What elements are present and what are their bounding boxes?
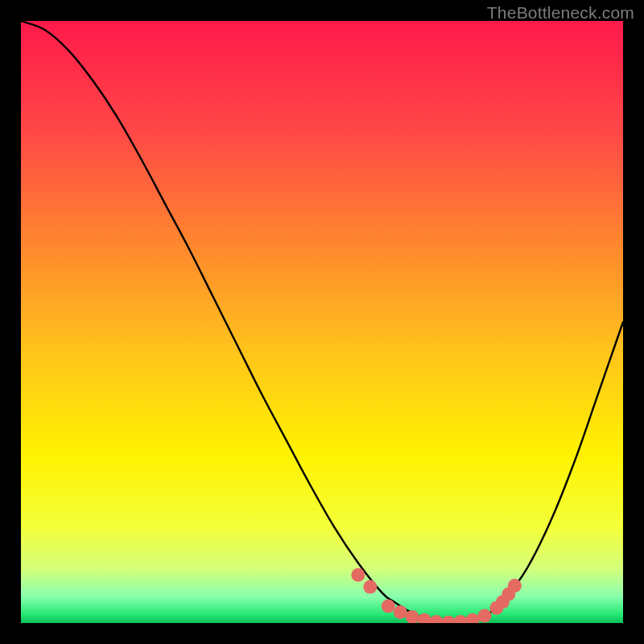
- highlight-dot: [363, 580, 377, 594]
- watermark-text: TheBottleneck.com: [487, 3, 634, 23]
- highlight-dot: [382, 600, 395, 613]
- highlight-dot: [351, 568, 365, 582]
- highlight-dot: [394, 605, 407, 619]
- highlight-dot: [508, 579, 522, 592]
- highlight-dot: [477, 609, 491, 623]
- chart-frame: [21, 21, 623, 623]
- gradient-background: [21, 21, 623, 623]
- bottleneck-chart: [21, 21, 623, 623]
